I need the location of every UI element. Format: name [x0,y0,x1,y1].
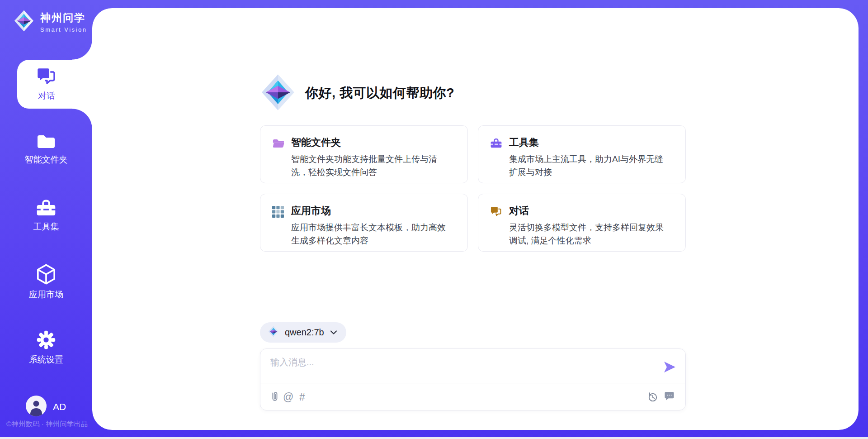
folder-icon [36,133,56,141]
avatar [26,396,47,418]
card-smart-folder[interactable]: 智能文件夹 智能文件夹功能支持批量文件上传与清洗，轻松实现文件问答 [260,125,468,183]
brand-diamond-logo [14,10,34,33]
user-initials: AD [53,401,66,412]
gear-icon [36,330,56,338]
model-selector[interactable]: qwen2:7b [260,322,346,343]
card-chat[interactable]: 对话 灵活切换多模型文件，支持多样回复效果调试, 满足个性化需求 [478,194,686,252]
grid-icon [272,206,284,220]
sidebar-item-smart-folder[interactable]: 智能文件夹 [0,133,92,166]
toolbox-icon [36,198,57,206]
message-composer: @ # [260,348,686,410]
card-title: 应用市场 [291,204,331,218]
content-column: 你好, 我可以如何帮助你? 智能文件夹 智能文件夹功能支持批量文件上传与清洗，轻… [260,8,686,430]
sidebar-item-label: 应用市场 [0,289,92,301]
mention-icon[interactable]: @ [283,391,293,403]
user-account[interactable]: AD [26,396,66,418]
brand-title: 神州问学 [40,11,87,25]
model-name: qwen2:7b [285,327,324,338]
chevron-down-icon [330,329,337,337]
card-description: 灵活切换多模型文件，支持多样回复效果调试, 满足个性化需求 [509,221,668,247]
sidebar-item-label: 智能文件夹 [0,154,92,166]
tab-fillet-bottom [72,109,92,129]
card-title: 智能文件夹 [291,136,341,149]
composer-toolbar: @ # [260,383,685,410]
feature-cards: 智能文件夹 智能文件夹功能支持批量文件上传与清洗，轻松实现文件问答 [260,125,686,252]
history-icon[interactable] [647,391,658,405]
send-icon[interactable] [663,361,676,373]
card-description: 应用市场提供丰富长文本模板，助力高效生成多样化文章内容 [291,221,450,247]
copyright-footer: ©神州数码 · 神州问学出品 [6,420,88,429]
chat-bubbles-icon [490,206,502,219]
cube-icon [37,264,56,272]
brand-subtitle: Smart Vision [40,26,87,33]
chat-bubbles-icon [36,67,57,75]
sidebar-item-settings[interactable]: 系统设置 [0,330,92,366]
tab-fillet-top [72,40,92,60]
sidebar-item-app-market[interactable]: 应用市场 [0,264,92,301]
sidebar-item-label: 系统设置 [0,354,92,366]
brand-diamond-logo-large [260,74,296,113]
main-panel: 你好, 我可以如何帮助你? 智能文件夹 智能文件夹功能支持批量文件上传与清洗，轻… [92,8,859,430]
message-input[interactable] [270,356,650,380]
folder-open-icon [272,138,285,151]
feedback-chat-icon[interactable] [664,391,675,403]
card-description: 智能文件夹功能支持批量文件上传与清洗，轻松实现文件问答 [291,153,450,179]
sidebar: 神州问学 Smart Vision 对话 智能文件夹 [0,0,92,439]
card-app-market[interactable]: 应用市场 应用市场提供丰富长文本模板，助力高效生成多样化文章内容 [260,194,468,252]
window-bottom-edge [0,437,868,439]
brand: 神州问学 Smart Vision [14,10,87,33]
sidebar-item-toolset[interactable]: 工具集 [0,198,92,233]
card-title: 对话 [509,204,529,218]
card-description: 集成市场上主流工具，助力AI与外界无缝扩展与对接 [509,153,668,179]
sidebar-item-chat[interactable]: 对话 [9,67,84,102]
card-toolset[interactable]: 工具集 集成市场上主流工具，助力AI与外界无缝扩展与对接 [478,125,686,183]
attachment-icon[interactable] [269,391,279,405]
toolbox-icon [490,138,502,150]
card-title: 工具集 [509,136,539,149]
brand-diamond-logo-small [268,326,279,339]
greeting-row: 你好, 我可以如何帮助你? [260,74,454,113]
greeting-title: 你好, 我可以如何帮助你? [305,84,454,102]
sidebar-item-label: 对话 [9,90,84,102]
sidebar-item-label: 工具集 [0,221,92,233]
topic-icon[interactable]: # [299,391,305,403]
